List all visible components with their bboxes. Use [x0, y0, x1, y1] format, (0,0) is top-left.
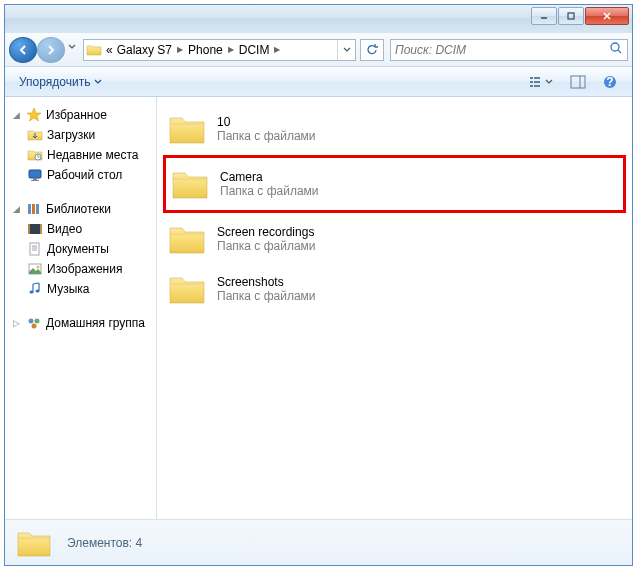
- svg-rect-10: [571, 76, 585, 88]
- folder-item[interactable]: 10Папка с файлами: [163, 105, 626, 153]
- svg-rect-19: [32, 204, 35, 214]
- libraries-icon: [26, 201, 42, 217]
- svg-rect-4: [530, 77, 533, 79]
- history-dropdown[interactable]: [65, 37, 79, 57]
- libraries-group[interactable]: ◢ Библиотеки: [5, 199, 156, 219]
- svg-point-33: [30, 291, 34, 294]
- svg-rect-27: [30, 243, 39, 255]
- desktop-icon: [27, 167, 43, 183]
- explorer-window: « Galaxy S7 ▶ Phone ▶ DCIM ▶ Упорядочить: [4, 4, 633, 566]
- folder-type: Папка с файлами: [217, 129, 316, 143]
- breadcrumb-item[interactable]: Galaxy S7: [115, 40, 174, 60]
- breadcrumb-item[interactable]: DCIM: [237, 40, 272, 60]
- video-icon: [27, 221, 43, 237]
- organize-button[interactable]: Упорядочить: [13, 73, 108, 91]
- folder-icon: [167, 111, 207, 147]
- back-button[interactable]: [9, 37, 37, 63]
- status-bar: Элементов: 4: [5, 519, 632, 565]
- chevron-right-icon[interactable]: ▶: [174, 45, 186, 54]
- chevron-right-icon[interactable]: ▶: [225, 45, 237, 54]
- favorites-group[interactable]: ◢ Избранное: [5, 105, 156, 125]
- forward-button[interactable]: [37, 37, 65, 63]
- close-button[interactable]: [585, 7, 629, 25]
- sidebar-item-recent[interactable]: Недавние места: [5, 145, 156, 165]
- svg-rect-6: [530, 81, 533, 83]
- folder-icon: [167, 221, 207, 257]
- titlebar: [5, 5, 632, 33]
- libraries-label: Библиотеки: [46, 202, 111, 216]
- maximize-button[interactable]: [558, 7, 584, 25]
- recent-icon: [27, 147, 43, 163]
- svg-rect-17: [31, 180, 39, 181]
- svg-rect-21: [28, 224, 42, 234]
- downloads-icon: [27, 127, 43, 143]
- minimize-button[interactable]: [531, 7, 557, 25]
- organize-label: Упорядочить: [19, 75, 90, 89]
- music-icon: [27, 281, 43, 297]
- folder-icon: [84, 43, 104, 57]
- breadcrumb: « Galaxy S7 ▶ Phone ▶ DCIM ▶: [104, 40, 337, 60]
- refresh-button[interactable]: [360, 39, 384, 61]
- chevron-down-icon: [545, 79, 553, 85]
- chevron-right-icon[interactable]: ▶: [271, 45, 283, 54]
- navigation-bar: « Galaxy S7 ▶ Phone ▶ DCIM ▶: [5, 33, 632, 67]
- homegroup-icon: [26, 315, 42, 331]
- svg-point-24: [29, 226, 30, 227]
- folder-item[interactable]: CameraПапка с файлами: [163, 155, 626, 213]
- address-bar[interactable]: « Galaxy S7 ▶ Phone ▶ DCIM ▶: [83, 39, 356, 61]
- sidebar-item-downloads[interactable]: Загрузки: [5, 125, 156, 145]
- search-box[interactable]: [390, 39, 628, 61]
- expand-icon[interactable]: ▷: [11, 318, 22, 329]
- help-button[interactable]: ?: [596, 71, 624, 93]
- homegroup-label: Домашняя группа: [46, 316, 145, 330]
- breadcrumb-overflow[interactable]: «: [104, 40, 115, 60]
- svg-rect-8: [530, 85, 533, 87]
- svg-point-32: [37, 266, 40, 269]
- svg-rect-20: [36, 204, 39, 214]
- search-icon: [609, 41, 623, 58]
- sidebar-item-desktop[interactable]: Рабочий стол: [5, 165, 156, 185]
- svg-point-35: [29, 319, 34, 324]
- toolbar: Упорядочить ?: [5, 67, 632, 97]
- folder-name: Screen recordings: [217, 225, 316, 239]
- svg-point-26: [29, 232, 30, 233]
- pictures-icon: [27, 261, 43, 277]
- address-dropdown[interactable]: [337, 40, 355, 60]
- preview-pane-button[interactable]: [564, 71, 592, 93]
- svg-point-34: [36, 290, 40, 293]
- documents-icon: [27, 241, 43, 257]
- chevron-down-icon: [94, 79, 102, 85]
- collapse-icon[interactable]: ◢: [11, 204, 22, 215]
- folder-item[interactable]: ScreenshotsПапка с файлами: [163, 265, 626, 313]
- folder-type: Папка с файлами: [217, 289, 316, 303]
- breadcrumb-item[interactable]: Phone: [186, 40, 225, 60]
- svg-rect-7: [534, 81, 540, 83]
- status-text: Элементов: 4: [67, 536, 142, 550]
- sidebar-item-music[interactable]: Музыка: [5, 279, 156, 299]
- star-icon: [26, 107, 42, 123]
- svg-rect-1: [568, 13, 574, 19]
- svg-rect-9: [534, 85, 540, 87]
- svg-point-36: [35, 319, 40, 324]
- homegroup-item[interactable]: ▷ Домашняя группа: [5, 313, 156, 333]
- svg-rect-18: [28, 204, 31, 214]
- svg-point-37: [32, 324, 37, 329]
- search-input[interactable]: [395, 43, 609, 57]
- sidebar-item-pictures[interactable]: Изображения: [5, 259, 156, 279]
- svg-rect-5: [534, 77, 540, 79]
- folder-item[interactable]: Screen recordingsПапка с файлами: [163, 215, 626, 263]
- folder-icon: [167, 271, 207, 307]
- sidebar-item-video[interactable]: Видео: [5, 219, 156, 239]
- content-pane[interactable]: 10Папка с файламиCameraПапка с файламиSc…: [157, 97, 632, 519]
- sidebar-item-documents[interactable]: Документы: [5, 239, 156, 259]
- svg-text:?: ?: [606, 75, 613, 89]
- folder-type: Папка с файлами: [220, 184, 319, 198]
- folder-name: Screenshots: [217, 275, 316, 289]
- svg-rect-16: [33, 178, 37, 180]
- view-options-button[interactable]: [522, 71, 560, 93]
- collapse-icon[interactable]: ◢: [11, 110, 22, 121]
- folder-name: 10: [217, 115, 316, 129]
- favorites-label: Избранное: [46, 108, 107, 122]
- folder-type: Папка с файлами: [217, 239, 316, 253]
- folder-icon: [15, 526, 53, 560]
